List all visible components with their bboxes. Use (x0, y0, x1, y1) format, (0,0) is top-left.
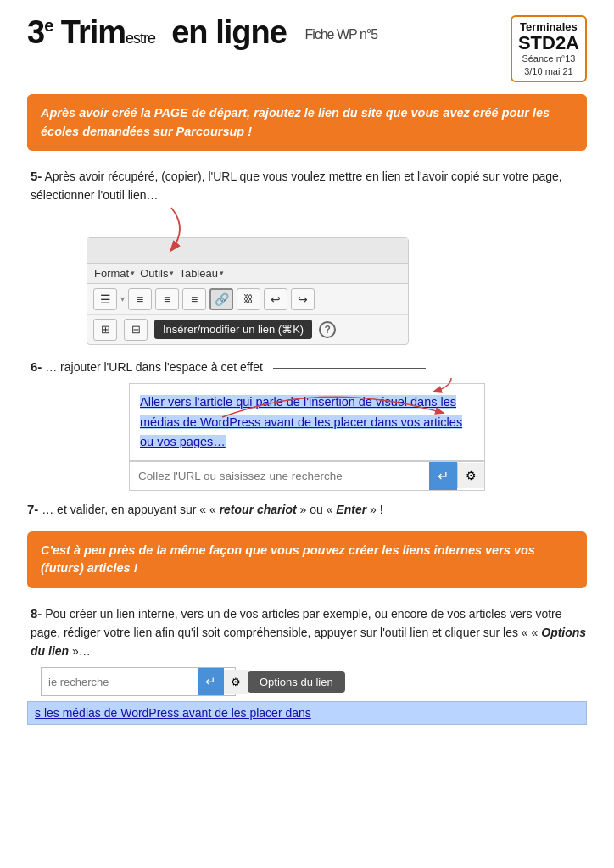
toolbar-area-wrapper: Format ▾ Outils ▾ Tableau ▾ ☰ ▾ (53, 212, 587, 345)
insert-link-tooltip: Insérer/modifier un lien (⌘K) (154, 320, 312, 339)
tableau-label: Tableau (179, 267, 218, 280)
fiche-label: Fiche WP n°5 (304, 27, 377, 42)
badge-std2a: STD2A (518, 34, 579, 53)
step-7: 7- … et valider, en appuyant sur « « ret… (27, 499, 587, 520)
badge-dates: 3/10 mai 21 (518, 65, 579, 77)
badge-seance: Séance n°13 (518, 53, 579, 64)
step-8-text: 8- Pou créer un lien interne, vers un de… (27, 604, 587, 660)
orange-box-1: Après avoir créé la PAGE de départ, rajo… (27, 94, 587, 152)
page-title: 3e Trimestre en ligne Fiche WP n°5 (27, 15, 377, 51)
title-estre: estre (126, 30, 155, 47)
tableau-menu[interactable]: Tableau ▾ (179, 267, 224, 280)
link-popup-area: Aller vers l'article qui parle de l'inse… (129, 383, 485, 491)
bottom-gear-button[interactable]: ⚙ (224, 670, 248, 694)
step-5-text: 5- Après avoir récupéré, (copier), l'URL… (27, 166, 587, 204)
url-submit-button[interactable]: ↵ (429, 462, 457, 490)
list-btn[interactable]: ☰ (93, 288, 117, 310)
step-7-before: … et valider, (42, 503, 108, 516)
step-6-text: 6- … rajouter l'URL dans l'espace à cet … (27, 357, 587, 377)
title-trim: Trim (61, 14, 126, 50)
wordpress-toolbar: Format ▾ Outils ▾ Tableau ▾ ☰ ▾ (87, 237, 409, 345)
step6-line (273, 368, 426, 369)
bottom-url-input[interactable] (42, 670, 198, 694)
url-input-bar: ↵ ⚙ (129, 461, 485, 491)
step-8: 8- Pou créer un lien interne, vers un de… (27, 604, 587, 725)
link-btn[interactable]: 🔗 (209, 288, 233, 310)
step-5-num: 5- (31, 169, 42, 183)
step-8-desc: Pou créer un lien interne, vers un de vo… (31, 607, 562, 639)
bottom-link-wp: ordPress (131, 706, 179, 720)
redo-btn[interactable]: ↪ (291, 288, 315, 310)
step-8-num: 8- (31, 606, 42, 620)
step-6-num: 6- (31, 359, 42, 374)
toolbar-editor-area (87, 238, 408, 264)
help-btn[interactable]: ? (319, 321, 336, 338)
step-7-text: 7- … et valider, en appuyant sur « « ret… (27, 499, 587, 520)
bottom-controls-row: ↵ ⚙ Options du lien (34, 667, 587, 696)
orange-box-2-text: C'est à peu près de la même façon que vo… (41, 543, 535, 576)
step-7-num: 7- (27, 502, 38, 516)
bottom-submit-button[interactable]: ↵ (198, 668, 224, 695)
step-6-desc: … rajouter l'URL dans l'espace à cet eff… (42, 360, 263, 374)
indent-btn[interactable]: ⊞ (93, 319, 117, 341)
step-7-retour: retour chariot (220, 503, 297, 516)
page: 3e Trimestre en ligne Fiche WP n°5 Termi… (0, 0, 614, 868)
bottom-link-suffix: avant de les placer dans (182, 706, 311, 720)
orange-box-1-text: Après avoir créé la PAGE de départ, rajo… (41, 106, 550, 138)
unlink-btn[interactable]: ⛓ (237, 288, 260, 310)
bottom-url-bar: ↵ ⚙ (41, 667, 236, 696)
toolbar-tooltip-row: ⊞ ⊟ Insérer/modifier un lien (⌘K) ? (87, 314, 408, 344)
bottom-link-preview: s les médias de WordPress avant de les p… (27, 701, 587, 725)
list-arrow: ▾ (120, 294, 125, 303)
toolbar-menu-row: Format ▾ Outils ▾ Tableau ▾ (87, 264, 408, 284)
step-7-enter: Enter (336, 503, 366, 516)
format-arrow: ▾ (131, 269, 135, 277)
outils-menu[interactable]: Outils ▾ (140, 267, 174, 280)
badge: Terminales STD2A Séance n°13 3/10 mai 21 (511, 15, 587, 82)
outils-label: Outils (140, 267, 168, 280)
title-3e: 3e (27, 14, 61, 50)
url-gear-button[interactable]: ⚙ (457, 463, 484, 488)
url-input-field[interactable] (130, 464, 429, 488)
toolbar-buttons-row: ☰ ▾ ≡ ≡ ≡ 🔗 ⛓ ↩ ↪ (87, 284, 408, 314)
format-menu[interactable]: Format ▾ (94, 267, 135, 280)
align-center-btn[interactable]: ≡ (155, 288, 179, 310)
link-text-display: Aller vers l'article qui parle de l'inse… (129, 383, 485, 461)
undo-btn[interactable]: ↩ (264, 288, 287, 310)
outdent-btn[interactable]: ⊟ (124, 319, 148, 341)
step-5: 5- Après avoir récupéré, (copier), l'URL… (27, 166, 587, 344)
format-label: Format (94, 267, 129, 280)
badge-terminales: Terminales (520, 20, 578, 33)
bottom-link-text-content: s les médias de W (35, 706, 131, 720)
header: 3e Trimestre en ligne Fiche WP n°5 Termi… (27, 15, 587, 82)
step-5-desc: Après avoir récupéré, (copier), l'URL qu… (31, 170, 562, 202)
outils-arrow: ▾ (170, 269, 174, 277)
tableau-arrow: ▾ (220, 269, 224, 277)
header-title-block: 3e Trimestre en ligne Fiche WP n°5 (27, 15, 377, 51)
link-text-content: Aller vers l'article qui parle de l'inse… (140, 395, 462, 448)
title-enligne: en ligne (171, 14, 287, 50)
align-left-btn[interactable]: ≡ (128, 288, 152, 310)
step-6: 6- … rajouter l'URL dans l'espace à cet … (27, 357, 587, 491)
orange-box-2: C'est à peu près de la même façon que vo… (27, 531, 587, 589)
options-tooltip[interactable]: Options du lien (248, 671, 345, 693)
step-7-after: en appuyant sur « « retour chariot » ou … (111, 503, 383, 516)
align-right-btn[interactable]: ≡ (182, 288, 206, 310)
